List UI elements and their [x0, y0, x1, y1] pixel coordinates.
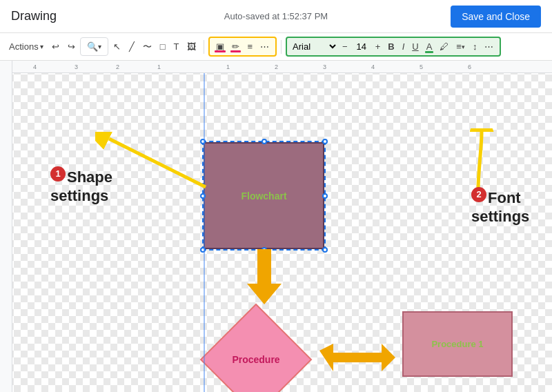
- svg-marker-0: [247, 249, 282, 304]
- border-dash-button[interactable]: ⋯: [257, 39, 273, 54]
- actions-button[interactable]: Actions ▾: [6, 39, 47, 54]
- drawing-canvas[interactable]: Flowchart Procedure: [12, 73, 552, 392]
- svg-marker-3: [319, 344, 395, 371]
- ruler-top-inner: 4 3 2 1 1 2 3 4 5 6: [12, 61, 552, 73]
- handle-mr[interactable]: [322, 193, 328, 199]
- font-color-button[interactable]: A: [423, 39, 436, 54]
- bold-button[interactable]: B: [384, 39, 397, 54]
- select-tool-button[interactable]: ↖: [110, 39, 124, 54]
- shape-tool-button[interactable]: □: [157, 39, 169, 54]
- ruler-left: [0, 61, 12, 392]
- toolbar: Actions ▾ ↩ ↪ 🔍▾ ↖ ╱ 〜 □ T 🖼 ▣ ✏ ≡ ⋯ Ari…: [0, 33, 552, 61]
- undo-button[interactable]: ↩: [48, 39, 63, 54]
- ruler-top: 4 3 2 1 1 2 3 4 5 6: [0, 61, 552, 73]
- yellow-arrow-font: [454, 128, 509, 194]
- handle-tr[interactable]: [322, 139, 328, 144]
- shape-settings-group: ▣ ✏ ≡ ⋯: [208, 37, 277, 57]
- handle-tm[interactable]: [262, 139, 267, 144]
- separator-1: [204, 40, 204, 54]
- handle-br[interactable]: [322, 247, 328, 253]
- arrow-down: [244, 249, 285, 304]
- image-tool-button[interactable]: 🖼: [184, 39, 199, 54]
- yellow-arrow-shape: [95, 132, 219, 194]
- underline-button[interactable]: U: [408, 39, 422, 54]
- double-arrow: [319, 340, 395, 375]
- canvas-area[interactable]: 4 3 2 1 1 2 3 4 5 6 Flowchart: [0, 61, 552, 392]
- font-size-increase[interactable]: +: [372, 39, 384, 54]
- highlight-button[interactable]: 🖊: [436, 39, 452, 54]
- font-settings-annotation: 2Font settings: [471, 187, 529, 226]
- shape-settings-annotation: 1Shape settings: [50, 166, 112, 205]
- line-spacing-button[interactable]: ↕: [469, 39, 481, 54]
- italic-button[interactable]: I: [399, 39, 408, 54]
- save-close-button[interactable]: Save and Close: [451, 6, 541, 28]
- fill-color-button[interactable]: ▣: [213, 39, 228, 54]
- app-header: Drawing Auto-saved at 1:52:37 PM Save an…: [0, 0, 552, 33]
- text-align-button[interactable]: ≡▾: [453, 39, 469, 54]
- separator-2: [281, 40, 282, 54]
- procedure-rectangle[interactable]: Procedure 1: [402, 311, 513, 377]
- procedure-diamond[interactable]: Procedure: [197, 301, 315, 392]
- border-weight-button[interactable]: ≡: [244, 39, 256, 54]
- app-title: Drawing: [11, 9, 57, 23]
- line-tool-button[interactable]: ╱: [126, 39, 138, 54]
- font-family-select[interactable]: Arial: [290, 41, 338, 52]
- procedure1-label: Procedure 1: [431, 339, 483, 349]
- font-settings-group: Arial − + B I U A 🖊 ≡▾ ↕ ⋯: [286, 37, 501, 57]
- actions-label: Actions: [9, 41, 39, 52]
- font-size-input[interactable]: [352, 41, 371, 52]
- redo-button[interactable]: ↪: [64, 39, 79, 54]
- font-size-decrease[interactable]: −: [339, 39, 351, 54]
- flowchart-shape[interactable]: Flowchart: [204, 142, 324, 249]
- zoom-group: 🔍▾: [80, 37, 108, 56]
- flowchart-label: Flowchart: [241, 190, 286, 202]
- actions-chevron: ▾: [40, 43, 43, 50]
- badge-2: 2: [471, 187, 486, 202]
- svg-text:Procedure: Procedure: [232, 354, 279, 365]
- more-options-button[interactable]: ⋯: [481, 39, 497, 54]
- curve-tool-button[interactable]: 〜: [139, 39, 155, 55]
- zoom-button[interactable]: 🔍▾: [83, 39, 105, 54]
- text-tool-button[interactable]: T: [170, 39, 183, 54]
- svg-marker-1: [201, 304, 311, 392]
- autosave-status: Auto-saved at 1:52:37 PM: [224, 11, 328, 21]
- border-color-button[interactable]: ✏: [228, 39, 243, 54]
- badge-1: 1: [50, 166, 66, 182]
